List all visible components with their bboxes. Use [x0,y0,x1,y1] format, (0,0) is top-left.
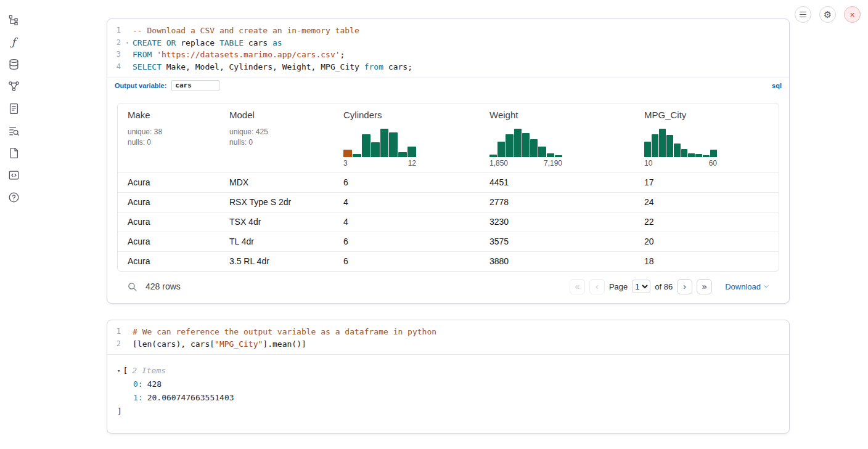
table-footer: 428 rows « ‹ Page 1 of 86 › » Download [117,272,779,303]
line-number: 4 [107,61,126,73]
histogram-bar[interactable] [489,155,497,157]
histogram-bar[interactable] [703,155,710,157]
table-cell: 20 [634,232,779,251]
table-cell: Acura [118,251,219,271]
histogram-bar[interactable] [652,134,658,157]
table-cell: RSX Type S 2dr [219,192,334,212]
histogram-bar[interactable] [371,142,380,157]
output-variable-bar: Output variable: sql [107,78,789,93]
line-number: 1 [107,25,126,37]
histogram-bar[interactable] [522,133,530,157]
top-right-controls: ⚙ × [795,6,861,23]
column-header-make[interactable]: Make unique: 38 nulls: 0 [118,103,219,173]
datasources-database-icon[interactable] [6,57,21,71]
histogram-bar[interactable] [407,147,416,157]
python-code-editor[interactable]: 1 # We can reference the output variable… [107,320,789,354]
code-line: 2 [len(cars), cars["MPG_City"].mean()] [107,338,789,350]
scratchpad-icon[interactable] [6,101,21,116]
column-header-model[interactable]: Model unique: 425 nulls: 0 [219,103,334,173]
help-chat-icon[interactable] [6,190,21,204]
column-nulls-stat: nulls: 0 [128,137,210,148]
histogram-bar[interactable] [362,134,371,157]
table-cell: 4 [334,212,480,232]
snippets-code-icon[interactable] [6,168,21,182]
table-cell: Acura [118,232,219,251]
table-cell: 4451 [480,172,634,192]
line-number: 3 [107,49,126,61]
logs-search-icon[interactable] [6,123,21,138]
file-explorer-tree-icon[interactable] [6,12,21,27]
language-badge[interactable]: sql [772,82,782,89]
table-cell: 6 [334,251,480,271]
histogram-bar[interactable] [674,144,681,157]
line-number: 2 [107,37,126,49]
cell-output: ▾ [ 2 Items 0: 428 1: 20.060747663551403… [107,354,789,433]
table-row[interactable]: Acura3.5 RL 4dr6388018 [118,251,779,271]
histogram-bar[interactable] [547,153,554,157]
histogram-bar[interactable] [530,139,538,157]
last-page-button[interactable]: » [697,279,712,294]
weight-histogram [489,127,562,157]
histogram-bar[interactable] [343,150,352,157]
histogram-bar[interactable] [353,154,361,157]
fold-chevron-icon[interactable]: ▾ [126,37,133,49]
histogram-bar[interactable] [506,134,513,157]
sql-code-editor[interactable]: 1 -- Download a CSV and create an in-mem… [107,19,789,78]
code-line: 4 SELECT Make, Model, Cylinders, Weight,… [107,61,789,73]
mpg-city-histogram [644,127,717,157]
documentation-icon[interactable] [6,145,21,160]
histogram-bar[interactable] [497,142,505,157]
chevron-down-icon [763,283,769,289]
table-row[interactable]: AcuraRSX Type S 2dr4277824 [118,192,779,212]
table-cell: Acura [118,192,219,212]
histogram-bar[interactable] [514,129,522,157]
code-line: 2 ▾ CREATE OR replace TABLE cars as [107,37,789,49]
column-header-weight[interactable]: Weight 1,850 7,190 [480,103,634,173]
table-body: AcuraMDX6445117AcuraRSX Type S 2dr427782… [118,172,779,271]
histogram-bar[interactable] [389,132,398,157]
table-row[interactable]: AcuraTL 4dr6357520 [118,232,779,251]
search-icon[interactable] [127,281,137,292]
table-cell: 6 [334,172,480,192]
histogram-bar[interactable] [398,152,407,157]
tree-entry-key: 0: [133,378,143,391]
table-cell: Acura [118,172,219,192]
first-page-button[interactable]: « [570,279,585,294]
page-select[interactable]: 1 [632,280,650,293]
column-header-mpg-city[interactable]: MPG_City 10 60 [634,103,779,173]
tree-entry: 0: 428 [117,378,779,391]
open-bracket: [ [123,364,128,378]
histogram-bar[interactable] [380,129,389,157]
table-cell: TL 4dr [219,232,334,251]
column-unique-stat: unique: 38 [128,127,210,137]
column-header-cylinders[interactable]: Cylinders 3 12 [334,103,480,173]
histogram-bar[interactable] [688,153,695,157]
tree-collapse-chevron-icon[interactable]: ▾ [117,364,120,378]
column-unique-stat: unique: 425 [229,127,324,137]
histogram-bar[interactable] [644,142,651,157]
prev-page-button[interactable]: ‹ [589,279,605,294]
dependency-graph-icon[interactable] [6,79,21,94]
histogram-bar[interactable] [681,149,688,157]
close-icon[interactable]: × [844,6,861,23]
histogram-bar[interactable] [555,155,562,157]
hist-min-label: 10 [644,159,652,168]
histogram-bar[interactable] [538,147,546,157]
table-cell: TSX 4dr [219,212,334,232]
histogram-bar[interactable] [710,150,717,157]
table-row[interactable]: AcuraTSX 4dr4323022 [118,212,779,232]
settings-gear-icon[interactable]: ⚙ [819,6,836,23]
histogram-bar[interactable] [695,154,702,157]
histogram-bar[interactable] [666,135,673,157]
left-sidebar: ƒ [0,0,27,204]
code-line: 1 -- Download a CSV and create an in-mem… [107,25,789,37]
menu-icon[interactable] [795,6,811,23]
functions-icon[interactable]: ƒ [6,34,21,49]
download-button[interactable]: Download [725,282,769,291]
histogram-bar[interactable] [659,129,666,157]
next-page-button[interactable]: › [677,279,692,294]
hist-max-label: 7,190 [544,159,562,168]
table-cell: 4 [334,192,480,212]
output-variable-input[interactable] [171,80,219,91]
table-row[interactable]: AcuraMDX6445117 [118,172,779,192]
